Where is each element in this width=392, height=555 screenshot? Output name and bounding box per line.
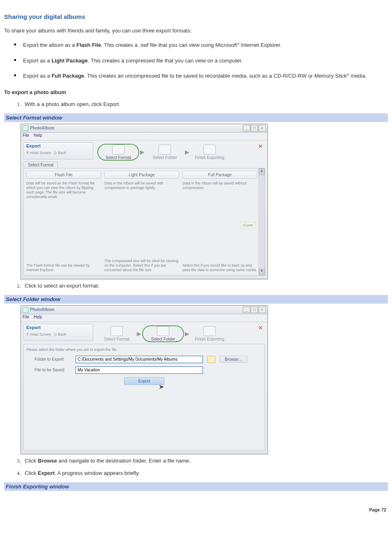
- screenshot-select-folder: PhotoAlbum _ □ × File Help Export ₮ Init…: [21, 305, 388, 454]
- export-tab: Export ₮ Initial Screen ⊙ Back: [23, 324, 93, 341]
- intro-text: To share your albums with friends and fa…: [4, 28, 388, 34]
- full-desc: Data in the Album will be saved without …: [182, 181, 257, 191]
- menu-bar[interactable]: File Help: [21, 314, 267, 322]
- menu-help[interactable]: Help: [34, 315, 42, 319]
- caption-select-folder: Select Folder window: [4, 295, 388, 304]
- flash-desc: Data will be saved as the Flash format f…: [26, 181, 101, 200]
- scroll-up-icon[interactable]: ▲: [259, 168, 265, 175]
- screenshot-select-format: PhotoAlbum _ □ × File Help Export ₮ Init…: [21, 124, 388, 279]
- close-button[interactable]: ×: [258, 306, 266, 313]
- scrollbar[interactable]: ▲ ▼: [258, 168, 265, 275]
- wizard-step-select-format[interactable]: Select Format: [98, 326, 135, 341]
- full-package-button[interactable]: Full Package: [182, 171, 257, 179]
- wizard-close-icon[interactable]: ✕: [257, 325, 264, 332]
- wizard-step-select-folder[interactable]: Select Folder: [143, 326, 183, 341]
- wizard-step-finish[interactable]: Finish Exporting: [191, 145, 228, 160]
- initial-screen-link[interactable]: ₮ Initial Screen: [26, 151, 51, 155]
- window-title: PhotoAlbum: [23, 125, 54, 131]
- caption-select-format: Select Format window: [4, 113, 388, 122]
- arrow-icon: ▶: [137, 330, 141, 337]
- wizard-close-icon[interactable]: ✕: [257, 143, 264, 150]
- label-file-to-save: File to be Saved: [35, 368, 71, 372]
- select-folder-icon: [157, 326, 169, 336]
- light-hint: The compressed size will be ideal for vi…: [104, 259, 179, 273]
- label-folder-to-export: Folder to Export: [35, 357, 71, 362]
- app-icon: [23, 307, 28, 313]
- option-flash[interactable]: Flash File Data will be saved as the Fla…: [26, 171, 101, 273]
- select-format-subtab: Select Format: [23, 161, 58, 168]
- scroll-down-icon[interactable]: ▼: [259, 269, 265, 275]
- maximize-button[interactable]: □: [251, 306, 258, 313]
- file-name-input[interactable]: [76, 366, 203, 374]
- menu-help[interactable]: Help: [34, 133, 42, 138]
- export-subheading: To export a photo album: [4, 89, 388, 95]
- option-light[interactable]: Light Package Data in the Album will be …: [104, 171, 179, 273]
- folder-instruction: Please select the folder where you are t…: [26, 348, 262, 352]
- light-desc: Data in the Album will be saved with com…: [104, 181, 179, 191]
- menu-file[interactable]: File: [23, 315, 29, 319]
- wizard-step-select-folder[interactable]: Select Folder: [146, 145, 183, 160]
- close-button[interactable]: ×: [258, 125, 266, 131]
- bullet-full: Export as a Full Package. This creates a…: [4, 72, 388, 80]
- folder-path-input[interactable]: [76, 356, 203, 363]
- select-format-icon: [112, 145, 125, 154]
- menu-bar[interactable]: File Help: [21, 133, 267, 140]
- step-1: With a a photo album open, click Export.: [22, 101, 388, 108]
- page-title: Sharing your digital albums: [4, 13, 388, 20]
- finish-icon: [203, 145, 216, 154]
- finish-icon: [203, 326, 216, 336]
- window-title: PhotoAlbum: [23, 307, 54, 313]
- export-format-list: Export the album as a Flash File. This c…: [4, 41, 388, 80]
- caption-finish-exporting: Finish Exporting window: [4, 482, 388, 491]
- flash-hint: The Flash format file can be viewed by I…: [26, 263, 101, 273]
- step-2: Click to select an export format.: [22, 283, 388, 289]
- folder-icon: [207, 356, 215, 363]
- app-icon: [23, 125, 28, 131]
- step-4: Click Export. A progress window appears …: [22, 470, 388, 477]
- back-link[interactable]: ⊙ Back: [54, 332, 67, 336]
- bullet-light: Export as a Light Package. This creates …: [4, 57, 388, 65]
- browse-button[interactable]: Browse...: [219, 356, 247, 363]
- light-package-button[interactable]: Light Package: [104, 171, 179, 179]
- back-link[interactable]: ⊙ Back: [54, 151, 67, 155]
- select-folder-icon: [159, 145, 171, 154]
- wizard-step-finish[interactable]: Finish Exporting: [191, 326, 228, 341]
- maximize-button[interactable]: □: [251, 125, 258, 131]
- minimize-button[interactable]: _: [243, 306, 250, 313]
- step-3: Click Browse and navigate to the destina…: [22, 458, 388, 464]
- menu-file[interactable]: File: [23, 133, 29, 138]
- wizard-step-select-format[interactable]: Select Format: [98, 145, 138, 160]
- arrow-icon: ▶: [185, 330, 189, 337]
- export-tab: Export ₮ Initial Screen ⊙ Back: [23, 142, 93, 159]
- arrow-icon: ▶: [185, 149, 189, 155]
- bullet-flash: Export the album as a Flash File. This c…: [4, 41, 388, 49]
- minimize-button[interactable]: _: [243, 125, 250, 131]
- page-footer: Page 72: [4, 507, 388, 512]
- initial-screen-link[interactable]: ₮ Initial Screen: [26, 332, 51, 336]
- pass-tag: id pas: [240, 222, 256, 228]
- select-format-icon: [111, 326, 123, 336]
- flash-file-button[interactable]: Flash File: [26, 171, 101, 179]
- arrow-icon: ▶: [140, 149, 145, 155]
- cursor-icon: ➤: [159, 383, 164, 391]
- full-hint: Select this if you would like to back up…: [182, 263, 257, 273]
